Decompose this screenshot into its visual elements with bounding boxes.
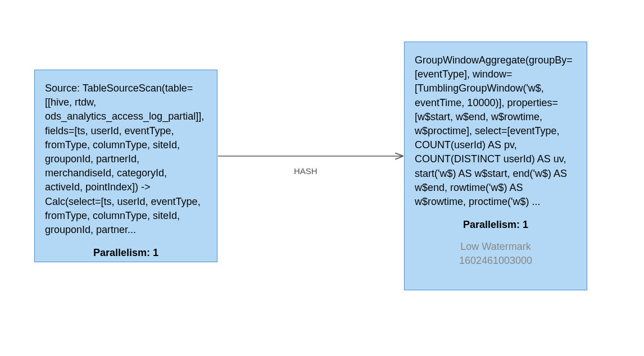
edge-arrow — [217, 149, 405, 163]
operator-description-aggregate: GroupWindowAggregate(groupBy=[eventType]… — [415, 53, 577, 209]
parallelism-label-aggregate: Parallelism: 1 — [415, 218, 577, 232]
operator-description-source: Source: TableSourceScan(table=[[hive, rt… — [45, 81, 207, 237]
edge-label: HASH — [294, 166, 318, 176]
operator-node-source[interactable]: Source: TableSourceScan(table=[[hive, rt… — [34, 70, 217, 262]
low-watermark: Low Watermark 1602461003000 — [415, 240, 577, 267]
parallelism-label-source: Parallelism: 1 — [45, 246, 207, 260]
operator-node-aggregate[interactable]: GroupWindowAggregate(groupBy=[eventType]… — [404, 42, 587, 290]
low-watermark-value: 1602461003000 — [459, 255, 532, 266]
low-watermark-label: Low Watermark — [460, 241, 530, 252]
